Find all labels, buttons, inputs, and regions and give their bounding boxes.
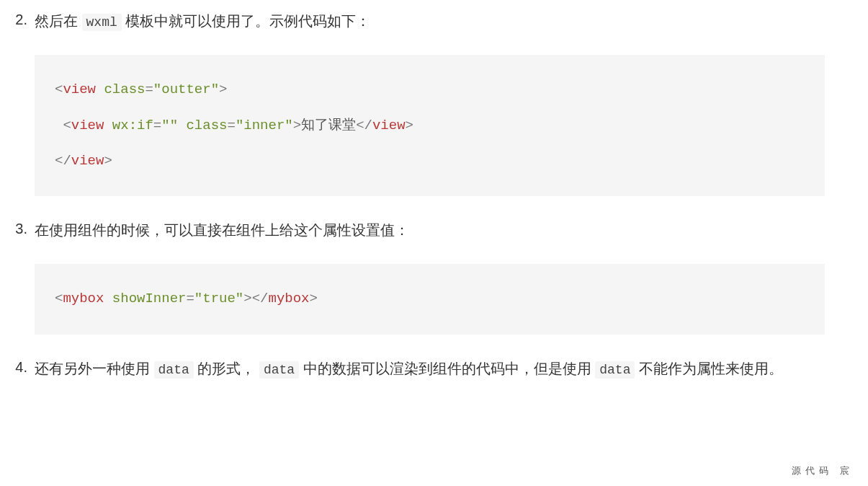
item-description: 在使用组件的时候，可以直接在组件上给这个属性设置值： bbox=[35, 216, 825, 244]
ordered-list: 2. 然后在 wxml 模板中就可以使用了。示例代码如下： <view clas… bbox=[0, 7, 868, 382]
item-content: 然后在 wxml 模板中就可以使用了。示例代码如下： <view class="… bbox=[35, 7, 868, 196]
text: 然后在 bbox=[35, 13, 82, 29]
item-content: 在使用组件的时候，可以直接在组件上给这个属性设置值： <mybox showIn… bbox=[35, 216, 868, 334]
footer-watermark: 源代码 宸 bbox=[792, 464, 854, 477]
code-line: <view class="outter"> bbox=[55, 72, 805, 107]
text: 不能作为属性来使用。 bbox=[635, 361, 783, 376]
inline-code-data: data bbox=[595, 361, 635, 379]
item-number: 4. bbox=[0, 355, 35, 379]
code-block-2: <mybox showInner="true"></mybox> bbox=[35, 264, 825, 334]
code-line: <view wx:if="" class="inner">知了课堂</view> bbox=[55, 108, 805, 143]
list-item-2: 2. 然后在 wxml 模板中就可以使用了。示例代码如下： <view clas… bbox=[0, 7, 868, 196]
item-description: 然后在 wxml 模板中就可以使用了。示例代码如下： bbox=[35, 7, 825, 35]
code-line: </view> bbox=[55, 143, 805, 179]
item-number: 3. bbox=[0, 216, 35, 241]
item-description: 还有另外一种使用 data 的形式， data 中的数据可以渲染到组件的代码中，… bbox=[35, 355, 825, 382]
code-block-1: <view class="outter"> <view wx:if="" cla… bbox=[35, 55, 825, 196]
code-line: <mybox showInner="true"></mybox> bbox=[55, 281, 805, 317]
item-content: 还有另外一种使用 data 的形式， data 中的数据可以渲染到组件的代码中，… bbox=[35, 355, 868, 382]
text: 还有另外一种使用 bbox=[35, 361, 154, 376]
text: 模板中就可以使用了。示例代码如下： bbox=[122, 13, 371, 29]
item-number: 2. bbox=[0, 7, 35, 32]
inline-code-data: data bbox=[154, 361, 194, 379]
inline-code-data: data bbox=[259, 361, 299, 379]
list-item-3: 3. 在使用组件的时候，可以直接在组件上给这个属性设置值： <mybox sho… bbox=[0, 216, 868, 334]
list-item-4: 4. 还有另外一种使用 data 的形式， data 中的数据可以渲染到组件的代… bbox=[0, 355, 868, 382]
inline-code-wxml: wxml bbox=[82, 14, 122, 31]
text: 的形式， bbox=[194, 361, 259, 376]
text: 中的数据可以渲染到组件的代码中，但是使用 bbox=[299, 361, 595, 376]
